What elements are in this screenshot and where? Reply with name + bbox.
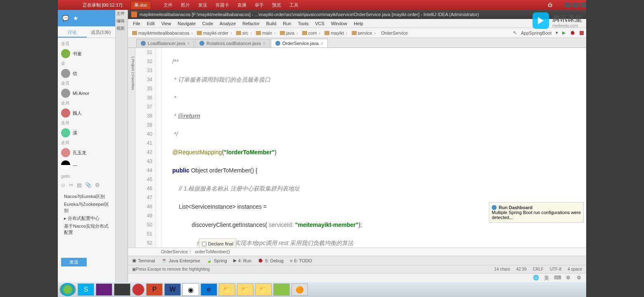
maximize-button[interactable]: [573, 2, 578, 7]
minimize-button[interactable]: [565, 2, 571, 7]
left-tool-strip[interactable]: 1:Project 2:Favorites: [128, 48, 135, 248]
status-indent[interactable]: 4 space: [568, 267, 582, 271]
contact-item[interactable]: 溪: [58, 127, 115, 139]
close-button[interactable]: [580, 2, 586, 7]
top-menu-item[interactable]: 预览: [272, 2, 281, 8]
scissors-icon[interactable]: ✂: [69, 182, 73, 188]
declare-final-checkbox[interactable]: [202, 242, 206, 246]
crumb-file[interactable]: OrderService: [378, 31, 410, 35]
taskbar-vscode[interactable]: [96, 283, 112, 296]
contact-item[interactable]: Mi Amor: [58, 87, 115, 99]
contact-item[interactable]: 孔玉龙: [58, 146, 115, 159]
fold-gutter[interactable]: [156, 48, 162, 248]
crumb[interactable]: main: [254, 31, 278, 35]
menu-navigate[interactable]: Navigate: [175, 21, 198, 26]
crumb[interactable]: java: [278, 31, 301, 35]
taskbar-chrome[interactable]: ◉: [182, 283, 199, 296]
crumb[interactable]: mayikt: [323, 31, 350, 35]
tree-item[interactable]: ▸ 分布式配置中心: [60, 214, 113, 222]
taskbar-explorer[interactable]: 📁: [237, 283, 253, 296]
menu-run[interactable]: Run: [280, 21, 294, 26]
document-tab[interactable]: 果.doc: [130, 1, 151, 9]
run-icon[interactable]: ▶: [562, 30, 566, 35]
globe-icon[interactable]: 🌐: [533, 275, 539, 281]
line-gutter[interactable]: 3132333435363738394041424344454647484950…: [135, 48, 156, 248]
status-caret[interactable]: 42:39: [516, 267, 526, 271]
top-menu-item[interactable]: 文件: [163, 2, 173, 8]
top-menu-item[interactable]: 举手: [255, 2, 264, 8]
taskbar-intellij[interactable]: [114, 283, 130, 296]
crumb[interactable]: src: [234, 31, 254, 35]
top-menu-item[interactable]: 发送: [198, 2, 207, 8]
taskbar-recorder[interactable]: [132, 283, 144, 296]
file-icon[interactable]: 📎: [85, 182, 92, 188]
status-line-sep[interactable]: CRLF: [533, 267, 544, 271]
menu-edit[interactable]: Edit: [144, 21, 157, 26]
taskbar-skype[interactable]: S: [78, 283, 94, 296]
terminal-tool[interactable]: ▣ Terminal: [132, 258, 155, 263]
close-icon[interactable]: ×: [321, 41, 323, 46]
lang-icon[interactable]: 英: [543, 275, 550, 281]
settings-icon[interactable]: ⚙: [95, 182, 100, 188]
power-icon[interactable]: ⏻: [548, 2, 552, 7]
menu-vcs[interactable]: VCS: [313, 21, 327, 26]
contact-item[interactable]: 信: [58, 67, 115, 80]
emoji-icon[interactable]: ☺: [60, 182, 66, 188]
intention-hint-popup[interactable]: Declare final: [199, 238, 236, 248]
taskbar-explorer[interactable]: 📁: [255, 283, 272, 296]
taskbar-explorer[interactable]: 📁: [219, 283, 235, 296]
editor-tab[interactable]: LoadBalancer.java×: [136, 39, 194, 47]
nav-arrow-icon[interactable]: ↖: [513, 30, 517, 35]
menu-view[interactable]: View: [159, 21, 174, 26]
tree-item[interactable]: 基于Nacos实现分布式配置: [60, 222, 113, 236]
menu-tools[interactable]: Tools: [295, 21, 311, 26]
keyboard-icon[interactable]: ⌨: [554, 275, 561, 281]
tree-item[interactable]: Eureka与Zookeeper区别: [60, 200, 113, 214]
taskbar-word[interactable]: W: [164, 283, 181, 296]
taskbar-notepad[interactable]: [273, 283, 290, 296]
crumb[interactable]: mayikt-order: [195, 31, 234, 35]
status-encoding[interactable]: UTF-8: [550, 267, 561, 271]
gear-icon[interactable]: ⚙: [575, 275, 582, 281]
contact-item[interactable]: —: [58, 159, 115, 171]
top-menu-item[interactable]: 直播: [237, 2, 246, 8]
send-button[interactable]: 发送: [61, 258, 87, 266]
menu-code[interactable]: Code: [200, 21, 215, 26]
close-icon[interactable]: ×: [187, 41, 190, 46]
java-ee-tool[interactable]: ☕ Java Enterprise: [161, 258, 200, 263]
crumb-root[interactable]: mayiktmeitealibabanacos: [130, 31, 195, 35]
editor-tab-active[interactable]: OrderService.java×: [271, 39, 328, 47]
top-menu-item[interactable]: 图片: [181, 2, 190, 8]
debug-tool[interactable]: 🐞 5: Debug: [258, 258, 284, 263]
close-icon[interactable]: ×: [263, 41, 265, 46]
menu-window[interactable]: Window: [329, 21, 350, 26]
taskbar-edge[interactable]: e: [201, 283, 217, 296]
spring-tool[interactable]: 🍃 Spring: [206, 258, 227, 263]
menu-analyze[interactable]: Analyze: [217, 21, 238, 26]
chevron-down-icon[interactable]: ▾: [556, 30, 558, 35]
comment-icon[interactable]: 💬: [62, 15, 69, 21]
editor-breadcrumb[interactable]: OrderService 〉 orderToMember(): [128, 248, 586, 256]
todo-tool[interactable]: ≡ 6: TODO: [290, 258, 312, 263]
contact-item[interactable]: 魏人: [58, 107, 115, 119]
run-dashboard-notification[interactable]: Run Dashboard Multiple Spring Boot run c…: [489, 202, 584, 223]
tree-item[interactable]: Nacos与Eureka区别: [60, 193, 113, 200]
crumb[interactable]: service: [350, 31, 379, 35]
editor-tab[interactable]: RotationLoadBalancer.java×: [195, 39, 270, 47]
crumb[interactable]: com: [301, 31, 323, 35]
top-menu-item[interactable]: 答题卡: [215, 2, 229, 8]
run-config-dropdown[interactable]: AppSpringBoot: [521, 31, 552, 35]
stop-icon[interactable]: [580, 31, 584, 35]
menu-help[interactable]: Help: [351, 21, 366, 26]
debug-icon[interactable]: 🐞: [570, 30, 575, 35]
contact-item[interactable]: 书童: [58, 47, 115, 60]
taskbar-powerpoint[interactable]: P: [146, 283, 163, 296]
top-menu-item[interactable]: 工具: [289, 2, 298, 8]
gear-icon[interactable]: ⚙: [565, 275, 571, 281]
tab-members[interactable]: 成员(136): [87, 26, 116, 38]
start-button[interactable]: [59, 283, 76, 296]
menu-build[interactable]: Build: [264, 21, 279, 26]
taskbar-app[interactable]: 🟠: [291, 283, 308, 296]
tab-discussion[interactable]: 讨论: [58, 26, 87, 38]
menu-refactor[interactable]: Refactor: [240, 21, 262, 26]
